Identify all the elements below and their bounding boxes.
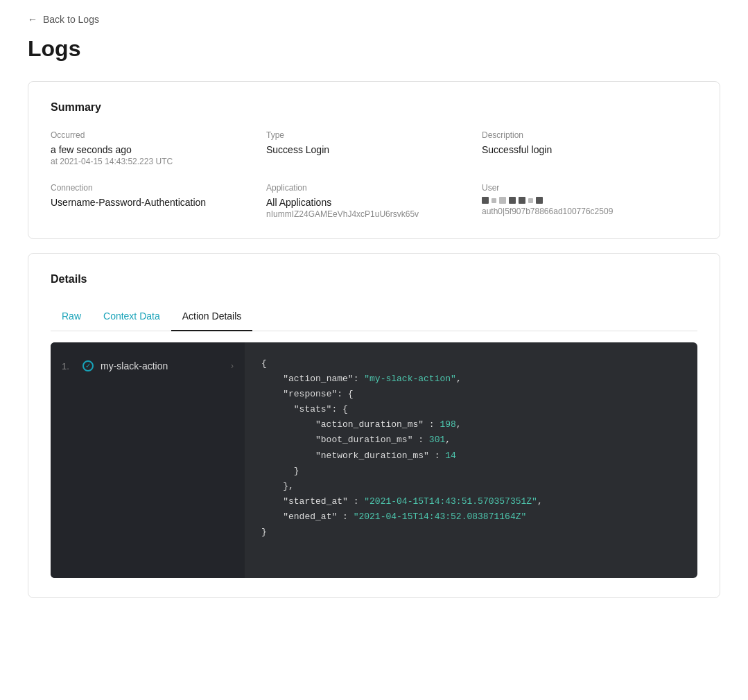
summary-connection: Connection Username-Password-Authenticat… xyxy=(51,183,266,219)
tab-raw[interactable]: Raw xyxy=(51,302,92,331)
code-line-8: } xyxy=(261,464,681,479)
code-line-3: "response": { xyxy=(261,387,681,402)
chevron-right-icon: › xyxy=(231,361,234,371)
action-check-icon xyxy=(82,360,94,371)
description-label: Description xyxy=(482,130,697,140)
code-line-11: "ended_at" : "2021-04-15T14:43:52.083871… xyxy=(261,509,681,525)
occurred-sub: at 2021-04-15 14:43:52.223 UTC xyxy=(51,157,266,166)
avatar-block-5 xyxy=(519,197,525,204)
avatar-block-4 xyxy=(509,197,516,204)
action-number: 1. xyxy=(62,361,76,371)
summary-application: Application All Applications nIummIZ24GA… xyxy=(266,183,482,219)
summary-type: Type Success Login xyxy=(266,130,482,166)
page-title: Logs xyxy=(28,36,720,62)
code-line-6: "boot_duration_ms" : 301, xyxy=(261,432,681,448)
details-card: Details Raw Context Data Action Details … xyxy=(28,253,720,598)
details-tabs: Raw Context Data Action Details xyxy=(51,302,697,331)
user-avatar-row xyxy=(482,197,697,204)
avatar-block-1 xyxy=(482,197,489,204)
code-line-12: } xyxy=(261,525,681,540)
description-value: Successful login xyxy=(482,144,697,155)
application-id: nIummIZ24GAMEeVhJ4xcP1uU6rsvk65v xyxy=(266,209,482,219)
type-value: Success Login xyxy=(266,144,482,155)
action-list-item[interactable]: 1. my-slack-action › xyxy=(51,353,245,378)
summary-grid: Occurred a few seconds ago at 2021-04-15… xyxy=(51,130,697,219)
code-line-9: }, xyxy=(261,479,681,494)
type-label: Type xyxy=(266,130,482,140)
summary-description: Description Successful login xyxy=(482,130,697,166)
code-panel: { "action_name": "my-slack-action", "res… xyxy=(245,342,697,578)
user-label: User xyxy=(482,183,697,193)
code-line-4: "stats": { xyxy=(261,402,681,417)
application-value: All Applications xyxy=(266,197,482,208)
occurred-label: Occurred xyxy=(51,130,266,140)
summary-occurred: Occurred a few seconds ago at 2021-04-15… xyxy=(51,130,266,166)
details-title: Details xyxy=(51,273,697,286)
summary-title: Summary xyxy=(51,101,697,114)
code-line-7: "network_duration_ms" : 14 xyxy=(261,448,681,464)
connection-label: Connection xyxy=(51,183,266,193)
action-name: my-slack-action xyxy=(101,360,168,371)
code-line-1: { xyxy=(261,356,681,371)
summary-user: User auth0|5f907b78866ad100776c2509 xyxy=(482,183,697,219)
summary-card: Summary Occurred a few seconds ago at 20… xyxy=(28,81,720,239)
action-panel: 1. my-slack-action › { "action_name": "m… xyxy=(51,342,697,578)
tab-context-data[interactable]: Context Data xyxy=(92,302,171,331)
avatar-block-3 xyxy=(499,197,506,204)
code-line-5: "action_duration_ms" : 198, xyxy=(261,417,681,432)
application-label: Application xyxy=(266,183,482,193)
back-label: Back to Logs xyxy=(43,14,99,25)
avatar-block-2 xyxy=(492,198,496,203)
back-to-logs-link[interactable]: ← Back to Logs xyxy=(28,14,720,25)
action-sidebar: 1. my-slack-action › xyxy=(51,342,245,578)
avatar-block-7 xyxy=(536,197,543,204)
user-id: auth0|5f907b78866ad100776c2509 xyxy=(482,207,697,216)
code-line-10: "started_at" : "2021-04-15T14:43:51.5703… xyxy=(261,494,681,509)
avatar-block-6 xyxy=(528,198,533,203)
arrow-left-icon: ← xyxy=(28,14,37,25)
occurred-value: a few seconds ago xyxy=(51,144,266,155)
code-line-2: "action_name": "my-slack-action", xyxy=(261,371,681,387)
connection-value: Username-Password-Authentication xyxy=(51,197,266,208)
tab-action-details[interactable]: Action Details xyxy=(171,302,253,331)
